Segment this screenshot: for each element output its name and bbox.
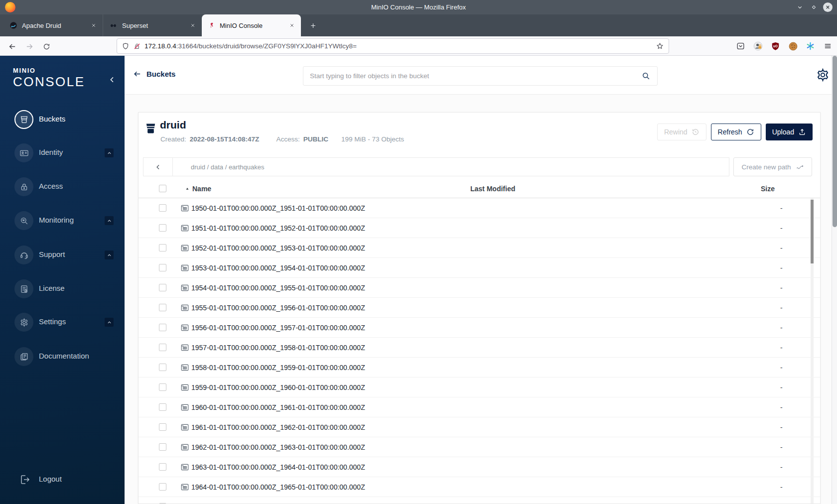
upload-label: Upload — [772, 128, 794, 136]
column-header-last-modified[interactable]: Last Modified — [470, 185, 515, 193]
sidebar-collapse-icon[interactable] — [108, 76, 116, 84]
search-input[interactable] — [310, 72, 637, 80]
table-row[interactable]: 1957-01-01T00:00:00.000Z_1958-01-01T00:0… — [139, 338, 820, 358]
object-size: - — [780, 224, 783, 232]
new-tab-button[interactable] — [305, 14, 321, 36]
sort-ascending-icon[interactable] — [185, 186, 190, 191]
window-minimize-button[interactable] — [795, 3, 804, 12]
chevron-up-icon[interactable] — [105, 318, 114, 327]
row-checkbox[interactable] — [159, 284, 166, 291]
chevron-up-icon[interactable] — [105, 148, 114, 157]
tab-superset[interactable]: Superset — [103, 14, 202, 36]
row-checkbox[interactable] — [159, 383, 166, 391]
reload-button[interactable] — [39, 39, 54, 54]
table-row[interactable]: 1952-01-01T00:00:00.000Z_1953-01-01T00:0… — [139, 238, 820, 258]
tab-minio-console[interactable]: MinIO Console — [202, 14, 301, 36]
row-checkbox[interactable] — [159, 224, 166, 232]
row-checkbox[interactable] — [159, 364, 166, 371]
path-back-chevron-icon[interactable] — [143, 158, 173, 176]
table-row[interactable]: 1951-01-01T00:00:00.000Z_1952-01-01T00:0… — [139, 218, 820, 238]
sidebar-item-label: Buckets — [39, 115, 65, 123]
sidebar-item-license[interactable]: License — [0, 278, 125, 300]
bookmark-star-icon[interactable] — [656, 42, 664, 50]
tab-close-icon[interactable] — [89, 21, 98, 30]
table-row[interactable]: 1962-01-01T00:00:00.000Z_1963-01-01T00:0… — [139, 437, 820, 457]
object-size: - — [780, 403, 783, 411]
table-row[interactable]: 1964-01-01T00:00:00.000Z_1965-01-01T00:0… — [139, 477, 820, 497]
sidebar-item-documentation[interactable]: Documentation — [0, 346, 125, 368]
tab-apache-druid[interactable]: Apache Druid — [3, 14, 103, 36]
row-checkbox[interactable] — [159, 204, 166, 212]
cookie-icon[interactable] — [788, 41, 798, 51]
table-row[interactable]: 1960-01-01T00:00:00.000Z_1961-01-01T00:0… — [139, 397, 820, 417]
browser-scrollbar[interactable] — [832, 56, 837, 504]
pocket-icon[interactable] — [735, 41, 746, 51]
table-row[interactable]: 1958-01-01T00:00:00.000Z_1959-01-01T00:0… — [139, 358, 820, 378]
sidebar-item-identity[interactable]: Identity — [0, 142, 125, 164]
url-bar[interactable]: 172.18.0.4:31664/buckets/druid/browse/ZG… — [117, 38, 669, 54]
chevron-up-icon[interactable] — [105, 251, 114, 259]
row-checkbox[interactable] — [159, 244, 166, 252]
druid-favicon — [9, 21, 17, 29]
object-size: - — [780, 383, 783, 391]
row-checkbox[interactable] — [159, 463, 166, 471]
row-checkbox[interactable] — [159, 403, 166, 411]
sidebar-item-monitoring[interactable]: Monitoring — [0, 210, 125, 232]
table-row[interactable]: 1954-01-01T00:00:00.000Z_1955-01-01T00:0… — [139, 278, 820, 298]
sidebar-item-settings[interactable]: Settings — [0, 311, 125, 333]
table-row[interactable]: 1965-01-01T00:00:00.000Z_1966-01-01T00:0… — [139, 497, 820, 504]
sidebar-item-access[interactable]: Access — [0, 176, 125, 198]
table-row[interactable]: 1950-01-01T00:00:00.000Z_1951-01-01T00:0… — [139, 198, 820, 218]
tab-close-icon[interactable] — [188, 21, 197, 30]
table-row[interactable]: 1963-01-01T00:00:00.000Z_1964-01-01T00:0… — [139, 457, 820, 477]
table-row[interactable]: 1955-01-01T00:00:00.000Z_1956-01-01T00:0… — [139, 298, 820, 318]
refresh-button[interactable]: Refresh — [711, 124, 761, 140]
back-button[interactable] — [4, 39, 19, 54]
row-checkbox[interactable] — [159, 324, 166, 331]
upload-button[interactable]: Upload — [766, 124, 813, 140]
back-to-buckets-link[interactable]: Buckets — [133, 70, 175, 78]
window-close-button[interactable] — [823, 2, 833, 12]
row-checkbox[interactable] — [159, 503, 166, 504]
row-checkbox[interactable] — [159, 443, 166, 451]
table-row[interactable]: 1959-01-01T00:00:00.000Z_1960-01-01T00:0… — [139, 378, 820, 397]
table-scrollbar-thumb[interactable] — [811, 200, 814, 263]
tracking-shield-icon[interactable] — [122, 42, 130, 50]
select-all-checkbox[interactable] — [159, 185, 166, 192]
sidebar-item-buckets[interactable]: Buckets — [0, 109, 125, 130]
row-checkbox[interactable] — [159, 264, 166, 271]
table-scrollbar[interactable] — [811, 198, 814, 504]
table-row[interactable]: 1961-01-01T00:00:00.000Z_1962-01-01T00:0… — [139, 417, 820, 437]
column-header-size[interactable]: Size — [761, 185, 775, 193]
sidebar-item-support[interactable]: Support — [0, 244, 125, 266]
ublock-icon[interactable]: uO — [770, 41, 781, 51]
folder-icon — [180, 503, 189, 504]
sidebar-item-label: Documentation — [39, 352, 89, 360]
sidebar-item-logout[interactable]: Logout — [0, 469, 125, 491]
row-checkbox[interactable] — [159, 344, 166, 351]
url-text[interactable]: 172.18.0.4:31664/buckets/druid/browse/ZG… — [144, 42, 652, 50]
forward-button[interactable] — [22, 39, 37, 54]
row-checkbox[interactable] — [159, 304, 166, 311]
browser-toolbar: 172.18.0.4:31664/buckets/druid/browse/ZG… — [0, 36, 837, 56]
table-row[interactable]: 1953-01-01T00:00:00.000Z_1954-01-01T00:0… — [139, 258, 820, 278]
chevron-up-icon[interactable] — [105, 216, 114, 225]
sidebar-item-label: Support — [39, 250, 65, 258]
rewind-button[interactable]: Rewind — [657, 124, 706, 140]
tab-close-icon[interactable] — [287, 21, 296, 30]
search-icon[interactable] — [641, 71, 651, 81]
hamburger-menu-icon[interactable] — [823, 41, 833, 51]
container-asterisk-icon[interactable] — [805, 41, 816, 51]
create-new-path-button[interactable]: Create new path — [733, 157, 812, 176]
window-maximize-button[interactable] — [809, 3, 818, 12]
insecure-lock-icon[interactable] — [133, 42, 141, 50]
access-label: Access: — [276, 135, 299, 143]
settings-gear-icon[interactable] — [816, 68, 830, 82]
browser-scrollbar-thumb[interactable] — [833, 56, 837, 227]
row-checkbox[interactable] — [159, 423, 166, 431]
privacy-avatar-icon[interactable] — [753, 41, 763, 51]
column-header-name[interactable]: Name — [192, 185, 211, 193]
row-checkbox[interactable] — [159, 483, 166, 491]
documentation-pages-icon — [14, 347, 33, 366]
table-row[interactable]: 1956-01-01T00:00:00.000Z_1957-01-01T00:0… — [139, 318, 820, 338]
